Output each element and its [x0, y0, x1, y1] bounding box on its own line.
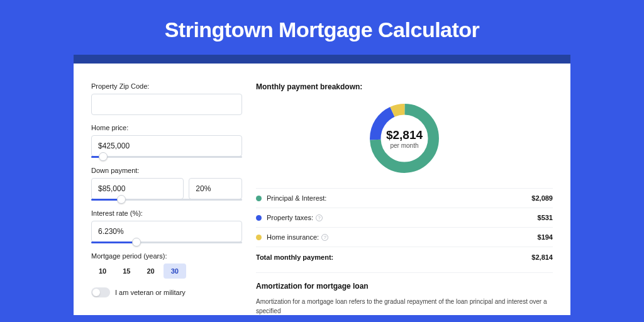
- legend-label-insurance: Home insurance: ?: [267, 233, 538, 241]
- down-payment-input[interactable]: [91, 178, 184, 199]
- period-field-group: Mortgage period (years): 10 15 20 30: [91, 252, 242, 279]
- down-payment-field-group: Down payment:: [91, 167, 242, 201]
- zip-field-group: Property Zip Code:: [91, 82, 242, 115]
- donut-chart-container: $2,814 per month: [256, 100, 553, 179]
- home-price-slider-thumb[interactable]: [99, 152, 108, 161]
- interest-rate-label: Interest rate (%):: [91, 209, 242, 217]
- donut-subtext: per month: [386, 142, 423, 149]
- interest-rate-input[interactable]: [91, 221, 242, 242]
- interest-rate-slider-thumb[interactable]: [132, 238, 141, 247]
- period-button-group: 10 15 20 30: [91, 264, 242, 279]
- period-btn-15[interactable]: 15: [115, 264, 138, 279]
- home-price-input[interactable]: [91, 135, 242, 157]
- home-price-slider[interactable]: [91, 156, 242, 158]
- home-price-field-group: Home price:: [91, 124, 242, 158]
- veteran-label: I am veteran or military: [115, 289, 186, 296]
- header-accent-bar: [74, 55, 570, 64]
- page-title: Stringtown Mortgage Calculator: [0, 0, 644, 55]
- breakdown-title: Monthly payment breakdown:: [256, 82, 553, 91]
- breakdown-panel: Monthly payment breakdown: $2,814 per mo…: [256, 82, 553, 315]
- legend-row-taxes: Property taxes: ? $531: [256, 208, 553, 227]
- donut-chart: $2,814 per month: [366, 100, 443, 177]
- amortization-section: Amortization for mortgage loan Amortizat…: [256, 272, 553, 315]
- legend-label-taxes: Property taxes: ?: [267, 214, 538, 221]
- help-icon[interactable]: ?: [321, 234, 328, 241]
- veteran-toggle[interactable]: [91, 287, 110, 297]
- total-label: Total monthly payment:: [256, 253, 531, 261]
- period-btn-20[interactable]: 20: [140, 264, 162, 279]
- form-panel: Property Zip Code: Home price: Down paym…: [91, 82, 242, 315]
- total-value: $2,814: [531, 253, 553, 261]
- legend-row-insurance: Home insurance: ? $194: [256, 227, 553, 247]
- legend-dot-principal: [256, 196, 262, 201]
- zip-input[interactable]: [91, 94, 242, 115]
- legend-row-total: Total monthly payment: $2,814: [256, 247, 553, 267]
- period-btn-30[interactable]: 30: [164, 264, 186, 279]
- calculator-card: Property Zip Code: Home price: Down paym…: [74, 64, 570, 315]
- legend-row-principal: Principal & Interest: $2,089: [256, 188, 553, 208]
- legend-dot-insurance: [256, 235, 262, 240]
- legend-label-principal: Principal & Interest:: [267, 194, 531, 202]
- legend-dot-taxes: [256, 215, 262, 221]
- amortization-text: Amortization for a mortgage loan refers …: [256, 297, 553, 315]
- legend-value-taxes: $531: [538, 214, 553, 221]
- interest-rate-field-group: Interest rate (%):: [91, 209, 242, 243]
- zip-label: Property Zip Code:: [91, 82, 242, 90]
- down-payment-label: Down payment:: [91, 167, 242, 174]
- down-payment-percent-input[interactable]: [189, 178, 242, 199]
- period-label: Mortgage period (years):: [91, 252, 242, 260]
- interest-rate-slider[interactable]: [91, 242, 242, 243]
- donut-center: $2,814 per month: [386, 128, 423, 149]
- veteran-toggle-row: I am veteran or military: [91, 287, 242, 297]
- legend-value-insurance: $194: [538, 233, 553, 241]
- down-payment-slider-thumb[interactable]: [117, 195, 126, 204]
- down-payment-slider[interactable]: [91, 199, 242, 201]
- home-price-label: Home price:: [91, 124, 242, 131]
- legend-value-principal: $2,089: [531, 194, 553, 202]
- donut-amount: $2,814: [386, 128, 423, 142]
- period-btn-10[interactable]: 10: [91, 264, 114, 279]
- amortization-title: Amortization for mortgage loan: [256, 282, 553, 291]
- help-icon[interactable]: ?: [316, 214, 323, 221]
